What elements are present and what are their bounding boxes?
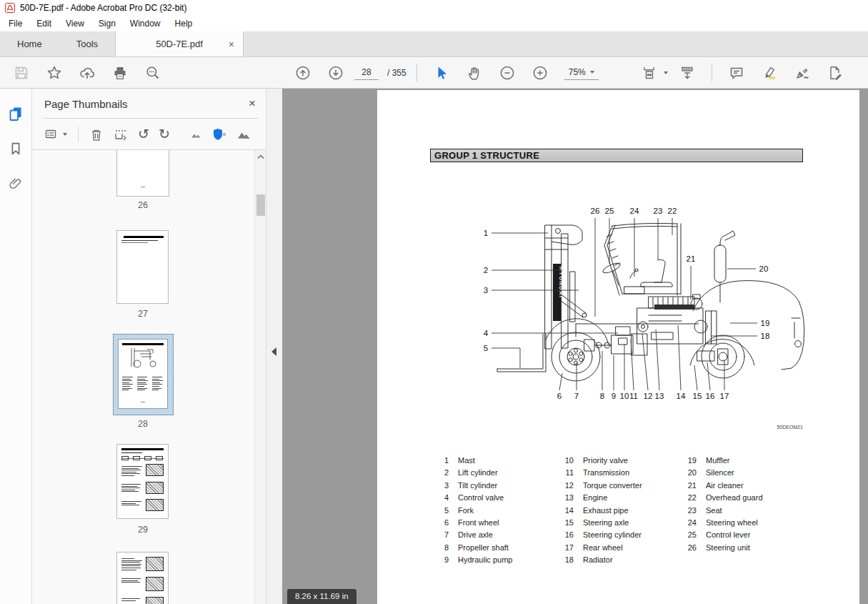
zoom-level-value: 75% bbox=[569, 67, 586, 77]
collapse-panel-icon[interactable] bbox=[271, 347, 276, 356]
thumbnail-page-26[interactable] bbox=[116, 150, 169, 197]
part-row: 5Fork bbox=[434, 505, 512, 517]
scrollbar-thumb[interactable] bbox=[256, 194, 265, 216]
star-favorite-button[interactable] bbox=[40, 61, 69, 85]
thumbnail-options-button[interactable] bbox=[44, 125, 67, 144]
page-size-tooltip: 8.26 x 11.69 in bbox=[287, 589, 356, 604]
page-up-icon bbox=[294, 64, 311, 81]
scroll-up-arrow[interactable] bbox=[255, 154, 266, 159]
shield-icon bbox=[211, 127, 227, 142]
scroll-mode-button[interactable] bbox=[673, 61, 702, 85]
thumbnail-page-30[interactable] bbox=[116, 552, 169, 604]
fit-width-icon bbox=[641, 64, 659, 81]
continuous-scroll-icon bbox=[679, 64, 696, 81]
page-thumbnails-panel-button[interactable] bbox=[5, 104, 26, 123]
bookmark-icon bbox=[8, 140, 24, 157]
mini-diagram bbox=[126, 347, 161, 371]
tab-home[interactable]: Home bbox=[0, 31, 59, 56]
part-row: 26Steering unit bbox=[682, 542, 763, 554]
previous-page-button[interactable] bbox=[289, 61, 317, 85]
comment-button[interactable] bbox=[722, 61, 751, 85]
print-icon bbox=[111, 64, 129, 81]
part-row: 23Seat bbox=[682, 505, 763, 517]
page-fit-button[interactable] bbox=[640, 61, 669, 85]
zoom-out-button[interactable] bbox=[493, 61, 522, 85]
thumbnail-page-28[interactable] bbox=[118, 339, 168, 409]
rotate-right-button[interactable]: ↻ bbox=[159, 125, 170, 144]
zoom-out-icon bbox=[499, 64, 516, 81]
close-tab-icon[interactable]: × bbox=[229, 39, 234, 49]
menu-sign[interactable]: Sign bbox=[91, 16, 123, 31]
panel-toolbar-divider bbox=[78, 127, 79, 142]
select-tool-button[interactable] bbox=[427, 61, 456, 85]
thumbnail-security-button[interactable] bbox=[211, 125, 227, 144]
thumbnail-page-label: 26 bbox=[116, 200, 169, 210]
tab-tools[interactable]: Tools bbox=[59, 31, 115, 56]
close-panel-icon[interactable]: × bbox=[249, 96, 256, 111]
menu-help[interactable]: Help bbox=[168, 16, 200, 31]
bookmarks-panel-button[interactable] bbox=[5, 139, 26, 158]
document-area: GROUP 1 STRUCTURE bbox=[282, 89, 868, 604]
share-document-button[interactable] bbox=[821, 61, 849, 85]
part-row: 11Transmission bbox=[559, 467, 642, 479]
highlight-button[interactable] bbox=[755, 61, 784, 85]
panel-title: Page Thumbnails bbox=[44, 98, 127, 110]
large-mountains-icon bbox=[236, 128, 252, 141]
zoom-level-dropdown[interactable]: 75% bbox=[564, 66, 599, 80]
attachments-panel-button[interactable] bbox=[5, 174, 26, 193]
part-row: 4Control valve bbox=[434, 492, 512, 504]
mini-flow-box bbox=[121, 456, 129, 460]
zoom-in-button[interactable] bbox=[526, 61, 554, 85]
delete-pages-button[interactable] bbox=[89, 125, 104, 144]
menu-window[interactable]: Window bbox=[123, 16, 168, 31]
pointer-icon bbox=[433, 64, 450, 81]
thumbnail-page-29[interactable] bbox=[116, 444, 169, 519]
page-number-input[interactable] bbox=[354, 66, 379, 80]
thumbnail-page-label: 29 bbox=[116, 525, 169, 535]
thumbnails-panel-header: Page Thumbnails × bbox=[32, 89, 266, 119]
extract-pages-button[interactable] bbox=[113, 125, 129, 144]
page-total-label: / 355 bbox=[387, 68, 406, 78]
small-mountain-icon bbox=[189, 128, 202, 141]
svg-text:7: 7 bbox=[574, 392, 579, 400]
save-button[interactable] bbox=[7, 61, 36, 85]
rotate-left-button[interactable]: ↺ bbox=[138, 125, 149, 144]
thumbnail-page-28-selected[interactable] bbox=[113, 334, 174, 415]
window-title: 50D-7E.pdf - Adobe Acrobat Pro DC (32-bi… bbox=[20, 3, 186, 13]
print-button[interactable] bbox=[106, 61, 134, 85]
panel-splitter[interactable] bbox=[266, 89, 282, 604]
part-row: 17Rear wheel bbox=[559, 542, 642, 554]
fill-sign-button[interactable] bbox=[788, 61, 817, 85]
share-cloud-button[interactable] bbox=[73, 61, 101, 85]
part-row: 21Air cleaner bbox=[682, 480, 763, 492]
reduce-thumbnails-button[interactable] bbox=[189, 125, 202, 144]
part-row: 2Lift cylinder bbox=[434, 467, 512, 479]
chevron-down-icon bbox=[590, 71, 594, 74]
enlarge-thumbnails-button[interactable] bbox=[236, 125, 252, 144]
thumbnails-scrollbar[interactable] bbox=[254, 150, 266, 604]
search-icon bbox=[144, 64, 161, 81]
thumbnail-list: 26 27 bbox=[32, 150, 266, 604]
menu-edit[interactable]: Edit bbox=[29, 16, 59, 31]
menu-file[interactable]: File bbox=[1, 16, 29, 31]
part-row: 20Silencer bbox=[682, 467, 763, 479]
part-row: 14Exhaust pipe bbox=[559, 505, 642, 517]
menu-view[interactable]: View bbox=[59, 16, 91, 31]
zoom-in-icon bbox=[532, 64, 549, 81]
svg-text:10: 10 bbox=[620, 392, 629, 400]
svg-text:3: 3 bbox=[484, 286, 488, 294]
main-area: Page Thumbnails × bbox=[0, 89, 868, 604]
mini-flow-box bbox=[156, 456, 163, 460]
part-row: 25Control lever bbox=[682, 529, 763, 541]
svg-text:22: 22 bbox=[668, 207, 677, 215]
trash-icon bbox=[89, 127, 104, 142]
next-page-button[interactable] bbox=[321, 61, 350, 85]
thumbnail-page-27[interactable] bbox=[116, 230, 169, 304]
chevron-down-icon bbox=[664, 71, 668, 74]
svg-text:6: 6 bbox=[557, 392, 562, 400]
tab-document[interactable]: 50D-7E.pdf × bbox=[115, 31, 244, 56]
part-row: 12Torque converter bbox=[559, 480, 642, 492]
forklift-diagram: HYUNDAI 12345262524232221201918678910111 bbox=[472, 204, 814, 411]
search-button[interactable] bbox=[139, 61, 167, 85]
hand-tool-button[interactable] bbox=[460, 61, 489, 85]
